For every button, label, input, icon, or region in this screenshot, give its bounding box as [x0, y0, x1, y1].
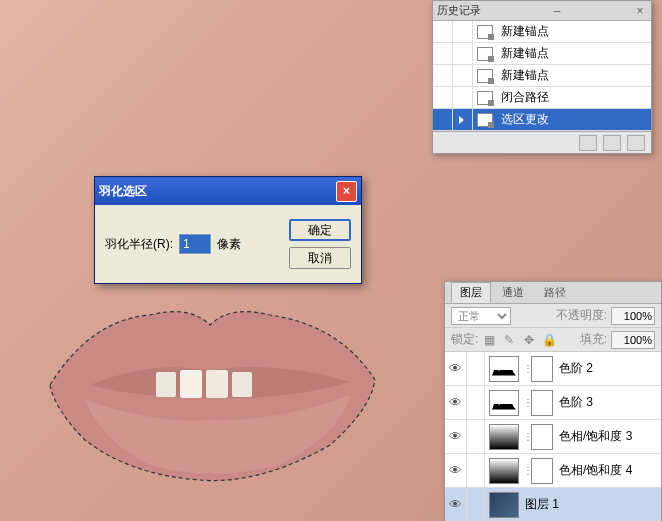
history-item[interactable]: 新建锚点: [433, 43, 651, 65]
layer-name[interactable]: 色阶 2: [557, 360, 593, 377]
history-item-label: 闭合路径: [497, 89, 549, 106]
layer-list: 👁 ⋮ 色阶 2👁 ⋮ 色阶 3👁 ⋮ 色相/饱和度 3👁 ⋮ 色相/饱和度 4…: [445, 352, 661, 521]
opacity-input[interactable]: [611, 307, 655, 325]
history-eye-slot[interactable]: [433, 21, 453, 42]
history-eye-slot[interactable]: [433, 109, 453, 130]
link-slot[interactable]: [467, 454, 485, 487]
tab-channels[interactable]: 通道: [493, 282, 533, 303]
history-panel: 历史记录 – × 新建锚点 新建锚点 新建锚点 闭合路径 选区更改: [432, 0, 652, 154]
svg-rect-3: [156, 372, 176, 397]
dialog-titlebar[interactable]: 羽化选区 ×: [95, 177, 361, 205]
history-brush-slot[interactable]: [453, 21, 473, 42]
layer-row[interactable]: 👁 ⋮ 色相/饱和度 3: [445, 420, 661, 454]
layers-tabs: 图层 通道 路径: [445, 282, 661, 304]
layer-mask-thumb[interactable]: [531, 424, 553, 450]
trash-icon[interactable]: [627, 135, 645, 151]
feather-dialog: 羽化选区 × 羽化半径(R): 像素 确定 取消: [94, 176, 362, 284]
history-brush-slot[interactable]: [453, 65, 473, 86]
layer-row[interactable]: 👁 ⋮ 色阶 3: [445, 386, 661, 420]
layer-name[interactable]: 色相/饱和度 3: [557, 428, 632, 445]
history-brush-slot[interactable]: [453, 87, 473, 108]
layers-panel: 图层 通道 路径 正常 不透明度: 锁定: ▦ ✎ ✥ 🔒 填充: 👁 ⋮ 色阶…: [444, 281, 662, 521]
link-icon: ⋮: [523, 465, 531, 476]
history-item[interactable]: 选区更改: [433, 109, 651, 131]
history-item[interactable]: 新建锚点: [433, 65, 651, 87]
new-snapshot-icon[interactable]: [579, 135, 597, 151]
layer-name[interactable]: 图层 1: [523, 496, 559, 513]
layer-thumb[interactable]: [489, 424, 519, 450]
close-button[interactable]: ×: [336, 181, 357, 202]
layer-row[interactable]: 👁 图层 1: [445, 488, 661, 521]
selection-marquee-lips: [30, 290, 390, 490]
opacity-label: 不透明度:: [556, 307, 607, 324]
history-item-label: 新建锚点: [497, 67, 549, 84]
visibility-icon[interactable]: 👁: [445, 352, 467, 385]
blend-mode-select[interactable]: 正常: [451, 307, 511, 325]
svg-rect-1: [206, 370, 228, 398]
new-document-icon[interactable]: [603, 135, 621, 151]
link-slot[interactable]: [467, 488, 485, 521]
radius-unit: 像素: [217, 236, 241, 253]
history-item[interactable]: 闭合路径: [433, 87, 651, 109]
fill-label: 填充:: [580, 331, 607, 348]
link-icon: ⋮: [523, 397, 531, 408]
history-eye-slot[interactable]: [433, 65, 453, 86]
history-step-icon: [477, 91, 493, 105]
layer-name[interactable]: 色阶 3: [557, 394, 593, 411]
history-step-icon: [477, 69, 493, 83]
link-slot[interactable]: [467, 420, 485, 453]
close-icon[interactable]: ×: [633, 4, 647, 18]
visibility-icon[interactable]: 👁: [445, 420, 467, 453]
history-item-label: 选区更改: [497, 111, 549, 128]
blend-row: 正常 不透明度:: [445, 304, 661, 328]
layer-mask-thumb[interactable]: [531, 390, 553, 416]
visibility-icon[interactable]: 👁: [445, 454, 467, 487]
history-eye-slot[interactable]: [433, 87, 453, 108]
visibility-icon[interactable]: 👁: [445, 488, 467, 521]
layer-name[interactable]: 色相/饱和度 4: [557, 462, 632, 479]
history-eye-slot[interactable]: [433, 43, 453, 64]
lock-move-icon[interactable]: ✥: [522, 333, 536, 347]
play-icon: [459, 116, 464, 124]
layer-mask-thumb[interactable]: [531, 458, 553, 484]
dialog-body: 羽化半径(R): 像素 确定 取消: [95, 205, 361, 283]
link-slot[interactable]: [467, 352, 485, 385]
lock-brush-icon[interactable]: ✎: [502, 333, 516, 347]
cancel-button[interactable]: 取消: [289, 247, 351, 269]
layer-thumb[interactable]: [489, 492, 519, 518]
history-step-icon: [477, 25, 493, 39]
layer-row[interactable]: 👁 ⋮ 色相/饱和度 4: [445, 454, 661, 488]
visibility-icon[interactable]: 👁: [445, 386, 467, 419]
history-step-icon: [477, 113, 493, 127]
history-footer: [433, 131, 651, 153]
tab-paths[interactable]: 路径: [535, 282, 575, 303]
link-icon: ⋮: [523, 363, 531, 374]
link-slot[interactable]: [467, 386, 485, 419]
minimize-icon[interactable]: –: [550, 4, 564, 18]
history-tab[interactable]: 历史记录: [437, 3, 481, 18]
lock-label: 锁定:: [451, 331, 478, 348]
radius-label: 羽化半径(R):: [105, 236, 173, 253]
tab-layers[interactable]: 图层: [451, 282, 491, 303]
history-brush-slot[interactable]: [453, 43, 473, 64]
lock-transparent-icon[interactable]: ▦: [482, 333, 496, 347]
history-brush-slot[interactable]: [453, 109, 473, 130]
ok-button[interactable]: 确定: [289, 219, 351, 241]
history-item[interactable]: 新建锚点: [433, 21, 651, 43]
svg-rect-0: [180, 370, 202, 398]
layer-thumb[interactable]: [489, 356, 519, 382]
fill-input[interactable]: [611, 331, 655, 349]
svg-rect-2: [232, 372, 252, 397]
lock-all-icon[interactable]: 🔒: [542, 333, 556, 347]
layer-thumb[interactable]: [489, 458, 519, 484]
history-panel-header[interactable]: 历史记录 – ×: [433, 1, 651, 21]
lock-row: 锁定: ▦ ✎ ✥ 🔒 填充:: [445, 328, 661, 352]
radius-input[interactable]: [179, 234, 211, 254]
layer-mask-thumb[interactable]: [531, 356, 553, 382]
dialog-title: 羽化选区: [99, 183, 147, 200]
history-list: 新建锚点 新建锚点 新建锚点 闭合路径 选区更改: [433, 21, 651, 131]
history-step-icon: [477, 47, 493, 61]
history-item-label: 新建锚点: [497, 45, 549, 62]
layer-row[interactable]: 👁 ⋮ 色阶 2: [445, 352, 661, 386]
layer-thumb[interactable]: [489, 390, 519, 416]
